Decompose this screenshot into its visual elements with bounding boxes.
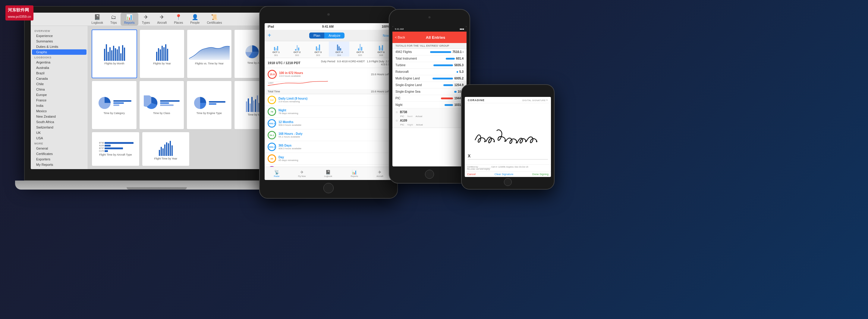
entry-circle: 85 (268, 154, 276, 163)
sidebar-item-uk[interactable]: UK (31, 130, 88, 135)
sig-done-button[interactable]: Done Signing (532, 173, 549, 176)
ipad-calendar-strip: OCT 1 301 OCT 2 302 (265, 41, 393, 58)
toolbar-logbook[interactable]: 📓 Logbook (88, 13, 107, 26)
ipad-nav-bar: + Plan Analyze Now (265, 30, 393, 41)
sidebar-item-australia[interactable]: Australia (31, 65, 88, 70)
stat-label: Single-Engine Sea (396, 90, 421, 93)
sidebar-item-france[interactable]: France (31, 98, 88, 103)
bar (251, 97, 253, 112)
sig-cancel-button[interactable]: Cancel (467, 173, 475, 176)
entry-12months[interactable]: 908.3 12 Months 908.3 hours available (265, 118, 393, 130)
sidebar-item-southafrica[interactable]: South Africa (31, 119, 88, 125)
entry-night[interactable]: 78 Night 78 days remaining (265, 106, 393, 118)
flynow-label: Fly Now (298, 175, 306, 177)
sidebar-item-canada[interactable]: Canada (31, 76, 88, 81)
duty-period-values: 9.8 4018 KORD-KMDT (337, 60, 365, 63)
watermark: 河东软件网 www.pc0359.cn (5, 5, 33, 21)
radar-icon: 📡 (274, 170, 279, 175)
bar (110, 47, 111, 61)
sidebar-item-argentina[interactable]: Argentina (31, 60, 88, 65)
aircraft-tab-icon: ✈ (378, 170, 381, 175)
sig-canvas[interactable]: X (465, 103, 551, 164)
chart-flight-time-aircraft-type[interactable]: B738 A109 B737 (92, 132, 140, 166)
sidebar-item-myreports[interactable]: My Reports (31, 162, 88, 167)
chart-flights-vs-time[interactable]: Flights vs. Time by Year (187, 30, 232, 78)
iphone-back-button[interactable]: < Back (395, 36, 405, 39)
entry-instrument[interactable]: 179 Instrument 179 days remaining (265, 165, 393, 167)
entry-daily-limit[interactable]: 3.2 Daily Limit (9 hours) 2.8 hours rema… (265, 94, 393, 106)
sidebar-item-exporters[interactable]: Exporters (31, 156, 88, 162)
sidebar-item-graphs[interactable]: Graphs (32, 49, 87, 55)
chart-flights-by-year[interactable]: Flights by Year (140, 30, 184, 78)
sidebar-item-experience[interactable]: Experience (31, 33, 88, 38)
cal-bar (360, 44, 361, 50)
stat-label: Turbine (396, 64, 406, 67)
toolbar-places[interactable]: 📍 Places (170, 13, 187, 26)
sidebar-item-europe[interactable]: Europe (31, 92, 88, 98)
aircraft-a109[interactable]: ☆ A109 (396, 118, 464, 123)
sidebar-item-summaries[interactable]: Summaries (31, 38, 88, 44)
toolbar-types[interactable]: ✈ Types (138, 13, 154, 26)
ipad-analyze-tab[interactable]: Analyze (324, 33, 344, 38)
entry-title: 365 Days (278, 144, 301, 147)
sidebar-item-certs[interactable]: Certificates (31, 151, 88, 156)
entry-day[interactable]: 85 Day 85 days remaining (265, 153, 393, 165)
bar-list (113, 100, 131, 106)
cal-day-2: OCT 2 302 (287, 41, 307, 57)
entry-365days[interactable]: 908.3 365 Days 908.3 hours available (265, 141, 393, 153)
aircraft-b738[interactable]: ☆ B738 (396, 110, 464, 115)
toolbar-certificates[interactable]: 📜 Certificates (203, 13, 225, 26)
chart-flight-time-year[interactable]: Flight Time by Year (142, 132, 190, 166)
chart-grid: Flights by Month (88, 26, 283, 169)
iphone-sig-home[interactable] (504, 178, 512, 186)
night-label: Night (407, 123, 413, 126)
entry-168-duty[interactable]: 54.1 168 Hours - Duty 54.1 hours availab… (265, 130, 393, 141)
ipad-battery: 100% (381, 25, 390, 28)
ipad-screen: iPad 9:41 AM 100% + Plan Analyze Now (265, 23, 393, 180)
chart-bars (155, 43, 169, 61)
mac-content: OVERVIEW Experience Summaries Duties & L… (31, 26, 283, 169)
toolbar-certs-label: Certificates (207, 21, 222, 24)
toolbar-aircraft[interactable]: ✈ Aircraft (154, 13, 170, 26)
stat-bar (433, 64, 453, 66)
sidebar-item-china[interactable]: China (31, 87, 88, 92)
iphone-big-home[interactable] (425, 170, 434, 179)
chart-time-by-category[interactable]: Time by Category (92, 81, 137, 130)
cal-sub-label: 304 (337, 54, 341, 57)
ipad-tab-flynow[interactable]: ✈ Fly Now (298, 170, 306, 177)
ipad-tab-logbook[interactable]: 📓 Logbook (324, 170, 332, 177)
cal-bar (316, 46, 317, 50)
ipad-home-button[interactable] (323, 183, 334, 193)
sidebar-item-switzerland[interactable]: Switzerland (31, 125, 88, 130)
sig-brand-right: DIGITAL SIGNATURE™ (522, 99, 548, 101)
iphone-section-header: TOTALS FOR THE 'ALL ENTRIES' GROUP (393, 43, 467, 49)
sidebar-item-india[interactable]: India (31, 103, 88, 108)
ipad-add-button[interactable]: + (268, 32, 271, 39)
toolbar-reports[interactable]: 📊 Reports (121, 13, 138, 26)
ipad-tab-reports[interactable]: 📊 Reports (350, 170, 358, 177)
sidebar-item-chile[interactable]: Chile (31, 81, 88, 87)
sidebar-item-usa[interactable]: USA (31, 135, 88, 141)
limit-title: 100 in 672 Hours (279, 71, 303, 75)
entry-title: Day (278, 155, 298, 159)
sig-clear-button[interactable]: Clear Signature (495, 173, 514, 176)
cal-bar (319, 44, 320, 50)
toolbar-people[interactable]: 👤 People (187, 13, 203, 26)
ipad-now-button[interactable]: Now (383, 34, 390, 37)
sidebar-item-duties[interactable]: Duties & Limits (31, 44, 88, 49)
ipad-tab-radar[interactable]: 📡 Radar (274, 170, 280, 177)
ipad-tab-aircraft[interactable]: ✈ Aircraft (376, 170, 383, 177)
toolbar-people-label: People (190, 21, 199, 24)
chart-title: Flight Time by Year (154, 157, 177, 160)
chart-time-by-class[interactable]: Time by Class (139, 81, 184, 130)
sidebar-item-general[interactable]: General (31, 146, 88, 151)
entry-title: Daily Limit (9 hours) (278, 97, 307, 100)
chart-flights-by-month[interactable]: Flights by Month (92, 30, 137, 78)
chart-time-by-engine[interactable]: Time by Engine Type (187, 81, 232, 130)
toolbar-trips[interactable]: 🗂 Trips (107, 13, 121, 26)
cal-day-3: OCT 3 303 (308, 41, 328, 57)
ipad-plan-tab[interactable]: Plan (309, 33, 324, 38)
sidebar-item-brazil[interactable]: Brazil (31, 70, 88, 76)
sidebar-item-mexico[interactable]: Mexico (31, 108, 88, 114)
sidebar-item-newzealand[interactable]: New Zealand (31, 114, 88, 119)
